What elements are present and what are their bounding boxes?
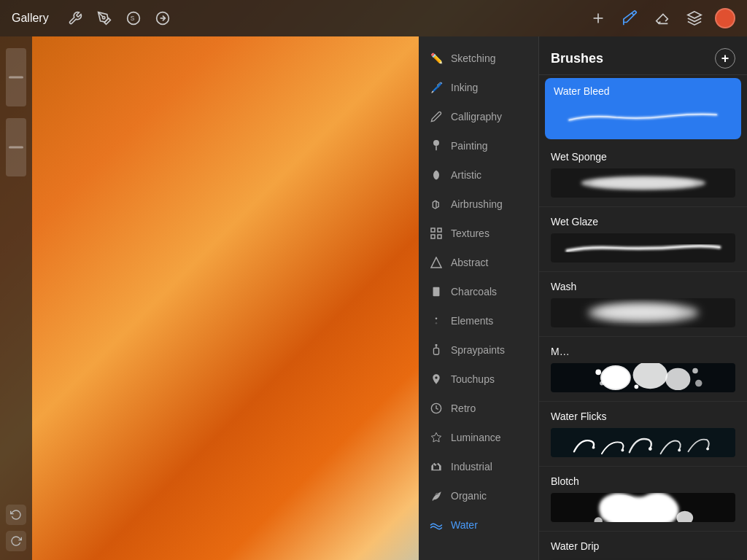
redo-button[interactable]	[6, 531, 26, 551]
draw-tool-icon[interactable]	[587, 7, 610, 30]
category-sketching-label: Sketching	[451, 52, 495, 64]
industrial-icon	[429, 459, 444, 474]
category-artistic[interactable]: Artistic	[419, 160, 538, 190]
size-slider[interactable]	[6, 118, 26, 176]
category-elements-label: Elements	[451, 315, 493, 327]
brush-item-wet-sponge[interactable]: Wet Sponge	[539, 142, 747, 207]
svg-point-35	[695, 380, 702, 386]
brush-tool-icon[interactable]	[619, 7, 642, 30]
brush-item-water-flicks[interactable]: Water Flicks	[539, 402, 747, 467]
category-industrial[interactable]: Industrial	[419, 452, 538, 481]
category-charcoals[interactable]: Charcoals	[419, 277, 538, 306]
brush-item-water-drip[interactable]: Water Drip	[539, 532, 747, 560]
brush-blotch-name: Blotch	[551, 475, 735, 487]
category-sketching[interactable]: ✏️ Sketching	[419, 44, 538, 73]
pen-tool-icon[interactable]	[93, 7, 116, 30]
category-airbrushing[interactable]: Airbrushing	[419, 190, 538, 219]
touchups-icon	[429, 372, 444, 386]
opacity-slider[interactable]	[6, 48, 26, 106]
gallery-button[interactable]: Gallery	[12, 12, 49, 25]
category-airbrushing-label: Airbrushing	[451, 198, 503, 210]
luminance-icon	[429, 430, 444, 445]
category-organic[interactable]: Organic	[419, 481, 538, 510]
svg-point-38	[649, 447, 652, 451]
svg-rect-13	[431, 235, 435, 238]
wrench-icon[interactable]	[63, 7, 87, 30]
brush-water-bleed-name: Water Bleed	[554, 85, 732, 97]
brush-water-flicks-name: Water Flicks	[551, 411, 735, 422]
svg-marker-22	[431, 432, 441, 442]
category-luminance[interactable]: Luminance	[419, 423, 538, 452]
abstract-icon	[429, 255, 444, 270]
textures-icon	[429, 226, 444, 241]
category-elements[interactable]: Elements	[419, 306, 538, 335]
category-painting-label: Painting	[451, 140, 488, 152]
add-brush-button[interactable]: +	[715, 48, 735, 69]
category-abstract[interactable]: Abstract	[419, 248, 538, 277]
svg-rect-12	[438, 228, 441, 232]
inking-icon: 🖊️	[429, 80, 444, 95]
undo-button[interactable]	[6, 505, 26, 525]
water-icon	[429, 518, 444, 532]
toolbar: Gallery S	[0, 0, 747, 36]
brush-blotch-preview	[551, 493, 735, 522]
category-touchups[interactable]: Touchups	[419, 365, 538, 394]
charcoals-icon	[429, 284, 444, 299]
category-inking[interactable]: 🖊️ Inking	[419, 73, 538, 102]
brush-wash-name: Wash	[551, 281, 735, 292]
painting-icon	[429, 139, 444, 153]
svg-rect-11	[431, 228, 435, 232]
category-abstract-label: Abstract	[451, 257, 488, 268]
brush-water-drip-name: Water Drip	[551, 540, 735, 552]
svg-point-29	[632, 363, 667, 389]
color-picker-button[interactable]	[715, 8, 735, 28]
brush-item-mist[interactable]: M…	[539, 337, 747, 402]
category-painting[interactable]: Painting	[419, 131, 538, 160]
svg-point-28	[602, 367, 630, 389]
category-calligraphy[interactable]: Calligraphy	[419, 102, 538, 131]
svg-rect-14	[438, 235, 441, 238]
category-spraypaints-label: Spraypaints	[451, 344, 505, 356]
eraser-tool-icon[interactable]	[651, 7, 674, 30]
category-water[interactable]: Water	[419, 510, 538, 540]
spraypaints-icon	[429, 343, 444, 357]
svg-point-18	[436, 322, 438, 324]
svg-point-0	[102, 17, 104, 19]
svg-point-8	[433, 140, 439, 146]
brush-wet-glaze-name: Wet Glaze	[551, 216, 735, 228]
brush-mist-preview	[551, 363, 735, 392]
svg-marker-7	[688, 12, 701, 18]
svg-point-41	[605, 495, 639, 520]
category-textures[interactable]: Textures	[419, 219, 538, 248]
category-inking-label: Inking	[451, 82, 478, 93]
category-retro-label: Retro	[451, 402, 476, 414]
category-spraypaints[interactable]: Spraypaints	[419, 335, 538, 365]
sketch-icon[interactable]: S	[122, 7, 145, 30]
elements-icon	[429, 314, 444, 328]
category-water-label: Water	[451, 519, 478, 531]
layers-icon[interactable]	[683, 7, 706, 30]
svg-point-26	[598, 305, 681, 319]
svg-point-36	[592, 446, 595, 449]
arrow-icon[interactable]	[151, 7, 174, 30]
category-artistic-label: Artistic	[451, 169, 481, 181]
brush-item-water-bleed[interactable]: Water Bleed	[545, 78, 741, 139]
svg-point-17	[436, 318, 438, 320]
brush-water-flicks-preview	[551, 428, 735, 457]
category-retro[interactable]: Retro	[419, 394, 538, 423]
brush-wash-preview	[551, 298, 735, 327]
brush-wet-glaze-preview	[551, 233, 735, 262]
airbrushing-icon	[429, 197, 444, 211]
svg-marker-15	[431, 257, 441, 268]
svg-point-33	[634, 384, 638, 389]
brush-item-wash[interactable]: Wash	[539, 272, 747, 337]
category-luminance-label: Luminance	[451, 432, 501, 443]
brush-list: Brushes + Water Bleed	[539, 36, 747, 560]
brush-water-bleed-preview	[554, 103, 732, 132]
brush-wet-sponge-preview	[551, 168, 735, 198]
brush-item-wet-glaze[interactable]: Wet Glaze	[539, 207, 747, 272]
brushes-panel: ✏️ Sketching 🖊️ Inking Calligraphy Paint…	[419, 36, 747, 560]
brush-item-blotch[interactable]: Blotch	[539, 467, 747, 532]
category-organic-label: Organic	[451, 490, 487, 502]
svg-point-34	[692, 368, 698, 374]
